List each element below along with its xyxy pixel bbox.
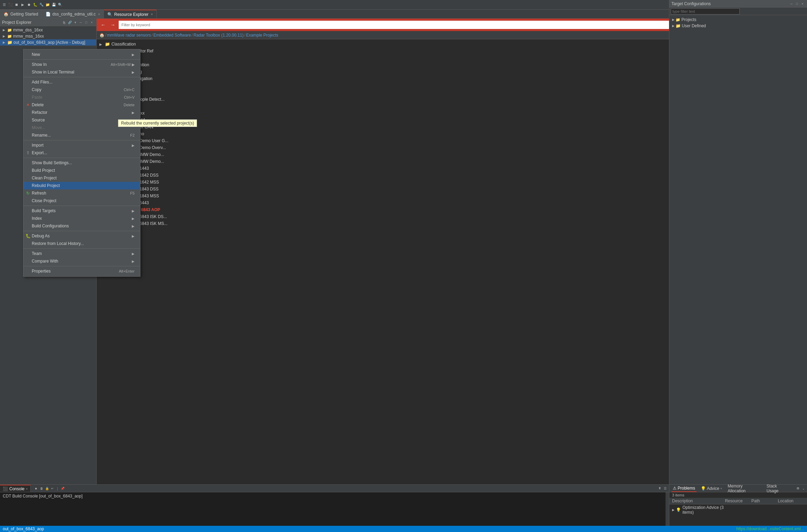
target-filter-input[interactable] <box>671 8 740 14</box>
menu-label-rebuild-project: Rebuild Project <box>32 183 135 188</box>
menu-item-refresh[interactable]: ↻ Refresh F5 <box>23 189 140 197</box>
expand-arrow: ▶ <box>672 508 675 512</box>
problems-count: 3 items <box>669 492 807 498</box>
toolbar-icon-1[interactable]: ☰ <box>1 2 7 8</box>
menu-item-build-targets[interactable]: Build Targets ▶ <box>23 207 140 215</box>
problems-tab[interactable]: ⚠ Problems <box>671 485 697 492</box>
console-stop-icon[interactable]: ■ <box>33 486 38 491</box>
menu-item-properties[interactable]: Properties Alt+Enter <box>23 267 140 275</box>
toolbar-icon-10[interactable]: 🔍 <box>57 2 63 8</box>
menu-label-build-project: Build Project <box>32 168 135 173</box>
problems-tab-bar: ⚠ Problems 💡 Advice × Memory Allocation … <box>669 485 807 492</box>
toolbar-icon-9[interactable]: 💾 <box>51 2 57 8</box>
arrow-icon: ▶ <box>3 35 6 38</box>
tree-item-mmw-dss[interactable]: ▶ 📁 mmw_dss_16xx <box>0 27 96 33</box>
console-side-icon1[interactable]: ⧗ <box>657 486 662 491</box>
toolbar-icon-7[interactable]: 🔧 <box>39 2 44 8</box>
console-scroll-lock-icon[interactable]: 🔒 <box>45 486 49 491</box>
search-input[interactable] <box>119 21 736 29</box>
minimize-icon[interactable]: ─ <box>789 1 794 6</box>
menu-shortcut-show-in: Alt+Shift+W ▶ <box>104 62 135 67</box>
console-tab[interactable]: ⬛ Console × <box>0 485 31 492</box>
menu-item-index[interactable]: Index ▶ <box>23 215 140 222</box>
row-resource <box>725 505 751 515</box>
console-side-icon2[interactable]: ☰ <box>663 486 668 491</box>
menu-item-new[interactable]: New ▶ <box>23 51 140 58</box>
toolbar-icon-5[interactable]: ⏺ <box>26 2 32 8</box>
collapse-all-icon[interactable]: ⧎ <box>62 20 67 25</box>
advice-tab-close[interactable]: × <box>720 487 722 490</box>
menu-item-rebuild-project[interactable]: Rebuild Project <box>23 182 140 189</box>
status-bar: out_of_box_6843_aop https://download...o… <box>0 526 807 532</box>
close-icon[interactable]: × <box>800 1 805 6</box>
menu-item-build-configurations[interactable]: Build Configurations ▶ <box>23 222 140 230</box>
breadcrumb-mmwave[interactable]: mmWave radar sensors <box>107 33 151 38</box>
tree-item-out-of-box[interactable]: ▶ 📁 out_of_box_6843_aop [Active - Debug] <box>0 39 96 46</box>
menu-item-add-files[interactable]: Add Files... <box>23 78 140 86</box>
console-word-wrap-icon[interactable]: ↵ <box>50 486 55 491</box>
menu-item-refactor[interactable]: Refactor ▶ <box>23 109 140 116</box>
menu-item-close-project[interactable]: Close Project <box>23 197 140 205</box>
problems-menu-icon[interactable]: ⌄ <box>802 487 805 490</box>
menu-item-copy[interactable]: Copy Ctrl+C <box>23 86 140 93</box>
toolbar-icon-8[interactable]: 📁 <box>45 2 50 8</box>
maximize-panel-icon[interactable]: □ <box>84 20 89 25</box>
menu-item-show-build-settings[interactable]: Show Build Settings... <box>23 159 140 167</box>
panel-menu-icon[interactable]: ▾ <box>73 20 78 25</box>
toolbar-icon-2[interactable]: ⬛ <box>8 2 13 8</box>
breadcrumb-embedded[interactable]: Embedded Software <box>154 33 191 38</box>
menu-label-new: New <box>32 52 132 57</box>
toolbar-icon-6[interactable]: 🐛 <box>32 2 38 8</box>
menu-item-restore-history[interactable]: Restore from Local History... <box>23 240 140 247</box>
menu-shortcut-paste: Ctrl+V <box>117 95 135 99</box>
minimize-panel-icon[interactable]: ─ <box>78 20 83 25</box>
breadcrumb-example-projects[interactable]: Example Projects <box>246 33 278 38</box>
console-tab-close[interactable]: × <box>26 487 28 491</box>
menu-sep-6 <box>23 231 140 231</box>
tree-label: User Defined <box>682 23 706 28</box>
toolbar-icon-4[interactable]: ▶ <box>20 2 26 8</box>
menu-arrow-build-targets: ▶ <box>132 209 135 213</box>
home-icon[interactable]: 🏠 <box>99 33 105 38</box>
menu-item-clean-project[interactable]: Clean Project <box>23 174 140 182</box>
menu-item-rename[interactable]: Rename... F2 <box>23 131 140 139</box>
menu-item-debug-as[interactable]: 🐛 Debug As ▶ <box>23 232 140 240</box>
menu-item-compare-with[interactable]: Compare With ▶ <box>23 257 140 265</box>
problems-row[interactable]: ▶ 💡 Optimization Advice (3 items) <box>669 504 807 515</box>
link-editor-icon[interactable]: 🔗 <box>67 20 72 25</box>
filter-problems-icon[interactable]: ⛃ <box>797 487 799 490</box>
back-button[interactable]: ← <box>99 21 107 29</box>
menu-item-paste[interactable]: Paste Ctrl+V <box>23 93 140 101</box>
target-tree-projects[interactable]: ▶ 📁 Projects <box>671 17 806 23</box>
console-scrollbar[interactable] <box>666 492 669 526</box>
folder-icon: 📁 <box>105 42 110 47</box>
console-pin-icon[interactable]: 📌 <box>60 486 65 491</box>
menu-item-team[interactable]: Team ▶ <box>23 250 140 257</box>
forward-button[interactable]: → <box>109 21 117 29</box>
tree-item-mmw-mss[interactable]: ▶ 📁 mmw_mss_16xx <box>0 33 96 39</box>
console-clear-icon[interactable]: 🗑 <box>39 486 44 491</box>
menu-item-show-terminal[interactable]: Show in Local Terminal ▶ <box>23 68 140 76</box>
toolbar-icon-3[interactable]: ⏹ <box>14 2 19 8</box>
target-tree-user-defined[interactable]: ▶ 📁 User Defined <box>671 23 806 29</box>
menu-item-build-project[interactable]: Build Project <box>23 167 140 174</box>
console-toolbar: ■ 🗑 🔒 ↵ | 📌 <box>32 485 66 492</box>
refresh-icon: ↻ <box>26 191 30 196</box>
problems-tab-label: Problems <box>678 486 695 491</box>
menu-item-export[interactable]: ⇧ Export... <box>23 149 140 157</box>
menu-item-delete[interactable]: × Delete Delete <box>23 101 140 109</box>
tab-dss-config[interactable]: 📄 dss_config_edma_util.c × <box>42 10 104 18</box>
advice-tab[interactable]: 💡 Advice × <box>699 485 724 492</box>
menu-label-build-targets: Build Targets <box>32 208 132 213</box>
tab-getting-started[interactable]: 🏠 Getting Started <box>0 10 42 18</box>
menu-item-show-in[interactable]: Show In Alt+Shift+W ▶ <box>23 61 140 68</box>
breadcrumb-radar-toolbox[interactable]: Radar Toolbox (1.20.00.11) <box>194 33 244 38</box>
tab-label-2: dss_config_edma_util.c <box>52 12 96 17</box>
tab-resource-explorer[interactable]: 🔍 Resource Explorer × <box>104 10 157 18</box>
tab-close-3[interactable]: × <box>151 12 153 16</box>
maximize-icon[interactable]: □ <box>795 1 799 6</box>
tab-close-2[interactable]: × <box>98 12 100 16</box>
main-layout: Project Explorer ⧎ 🔗 ▾ ─ □ × ▶ 📁 mmw_dss… <box>0 19 807 532</box>
close-panel-icon[interactable]: × <box>89 20 94 25</box>
menu-item-import[interactable]: Import ▶ <box>23 141 140 149</box>
